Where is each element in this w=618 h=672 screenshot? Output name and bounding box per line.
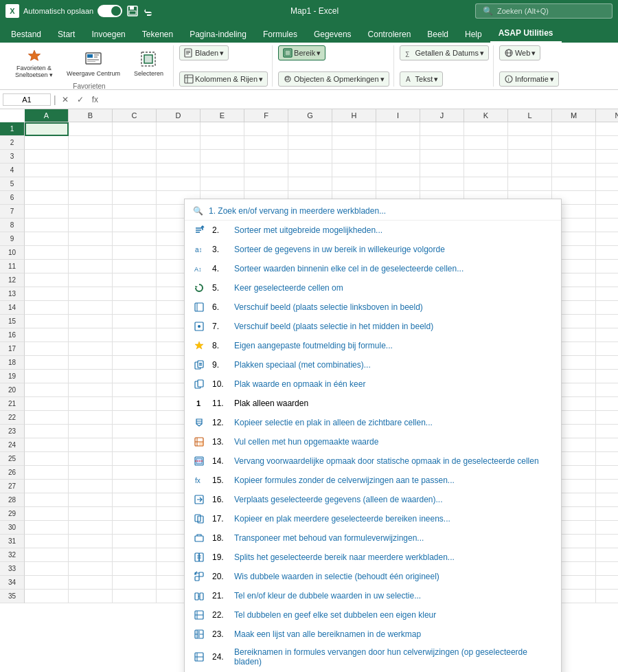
cell-25-13[interactable] [596,452,618,466]
cell-32-13[interactable] [596,548,618,562]
cell-20-13[interactable] [596,383,618,397]
cell-27-1[interactable] [69,480,113,493]
cell-3-11[interactable] [508,150,552,164]
cell-35-2[interactable] [113,590,157,603]
menu-item-16[interactable]: 16.Verplaats geselecteerde gegevens (all… [185,490,561,509]
cell-8-0[interactable] [25,219,69,232]
cell-6-1[interactable] [69,191,113,205]
cell-10-0[interactable] [25,246,69,260]
cell-27-13[interactable] [596,480,618,493]
cell-22-13[interactable] [596,411,618,425]
cell-24-2[interactable] [113,438,157,452]
cell-13-0[interactable] [25,287,69,301]
cell-7-13[interactable] [596,205,618,219]
cell-24-1[interactable] [69,438,113,452]
cell-24-0[interactable] [25,438,69,452]
menu-item-7[interactable]: 7.Verschuif beeld (plaats selectie in he… [185,317,561,336]
cell-4-8[interactable] [376,164,420,177]
menu-item-3[interactable]: a↕3.Sorteer de gegevens in uw bereik in … [185,240,561,259]
cell-2-5[interactable] [244,136,288,150]
cell-23-0[interactable] [25,425,69,438]
cell-1-12[interactable] [552,122,596,136]
cell-34-2[interactable] [113,576,157,590]
cell-32-2[interactable] [113,548,157,562]
cell-2-6[interactable] [288,136,332,150]
cell-5-7[interactable] [332,177,376,191]
cell-1-8[interactable] [376,122,420,136]
cell-4-12[interactable] [552,164,596,177]
cell-8-1[interactable] [69,219,113,232]
cell-2-7[interactable] [332,136,376,150]
cell-20-0[interactable] [25,383,69,397]
cell-5-0[interactable] [25,177,69,191]
cell-17-0[interactable] [25,342,69,356]
cell-23-13[interactable] [596,425,618,438]
cell-33-0[interactable] [25,562,69,576]
objecten-dropdown[interactable]: Objecten & Opmerkingen ▾ [278,71,389,87]
cell-5-5[interactable] [244,177,288,191]
menu-item-13[interactable]: 13.Vul cellen met hun opgemaakte waarde [185,432,561,451]
cell-4-1[interactable] [69,164,113,177]
tekst-dropdown[interactable]: A Tekst ▾ [400,71,444,87]
cell-14-13[interactable] [596,301,618,315]
tab-start[interactable]: Start [49,26,83,43]
cell-1-7[interactable] [332,122,376,136]
save-icon[interactable] [126,5,139,17]
cell-8-2[interactable] [113,219,157,232]
cell-22-1[interactable] [69,411,113,425]
cell-32-0[interactable] [25,548,69,562]
menu-item-5[interactable]: 5.Keer geselecteerde cellen om [185,278,561,298]
cell-9-0[interactable] [25,232,69,246]
cell-4-6[interactable] [288,164,332,177]
search-box[interactable]: 🔍 Zoeken (Alt+Q) [475,3,613,19]
cell-15-13[interactable] [596,315,618,328]
menu-item-24[interactable]: 24.Bereiknamen in formules vervangen doo… [185,644,561,670]
cell-17-2[interactable] [113,342,157,356]
cell-5-8[interactable] [376,177,420,191]
menu-item-2[interactable]: 2.Sorteer met uitgebreide mogelijkheden.… [185,221,561,240]
cell-2-4[interactable] [201,136,244,150]
cell-4-0[interactable] [25,164,69,177]
cell-10-2[interactable] [113,246,157,260]
cell-18-13[interactable] [596,356,618,370]
cell-25-2[interactable] [113,452,157,466]
cell-7-2[interactable] [113,205,157,219]
cell-6-13[interactable] [596,191,618,205]
cell-2-0[interactable] [25,136,69,150]
cell-25-1[interactable] [69,452,113,466]
favorieten-button[interactable]: Favorieten & Sneltoetsen ▾ [10,45,58,81]
cell-6-0[interactable] [25,191,69,205]
cell-2-3[interactable] [157,136,201,150]
cell-13-13[interactable] [596,287,618,301]
informatie-dropdown[interactable]: i Informatie ▾ [499,71,559,87]
bereik-dropdown[interactable]: Bereik ▾ [278,45,325,60]
menu-item-23[interactable]: 23.Maak een lijst van alle bereiknamen i… [185,625,561,644]
menu-item-12[interactable]: 12.Kopieer selectie en plak in alleen de… [185,413,561,432]
menu-item-8[interactable]: 8.Eigen aangepaste foutmelding bij formu… [185,336,561,355]
cell-reference-input[interactable] [3,93,51,106]
cell-28-2[interactable] [113,493,157,507]
cell-21-1[interactable] [69,397,113,411]
cell-22-2[interactable] [113,411,157,425]
cell-4-11[interactable] [508,164,552,177]
cell-5-2[interactable] [113,177,157,191]
cell-4-4[interactable] [201,164,244,177]
cell-28-0[interactable] [25,493,69,507]
cell-19-1[interactable] [69,370,113,383]
cell-30-13[interactable] [596,521,618,535]
cell-1-3[interactable] [157,122,201,136]
cell-7-1[interactable] [69,205,113,219]
cell-1-0[interactable] [25,122,69,136]
cell-13-2[interactable] [113,287,157,301]
menu-item-6[interactable]: 6.Verschuif beeld (plaats selectie links… [185,298,561,317]
cell-6-2[interactable] [113,191,157,205]
cell-19-2[interactable] [113,370,157,383]
bladen-dropdown[interactable]: Bladen ▾ [179,45,229,60]
cell-12-1[interactable] [69,273,113,287]
cell-1-4[interactable] [201,122,244,136]
cell-31-2[interactable] [113,535,157,548]
cell-21-2[interactable] [113,397,157,411]
tab-bestand[interactable]: Bestand [3,26,49,43]
cell-2-2[interactable] [113,136,157,150]
cell-34-0[interactable] [25,576,69,590]
